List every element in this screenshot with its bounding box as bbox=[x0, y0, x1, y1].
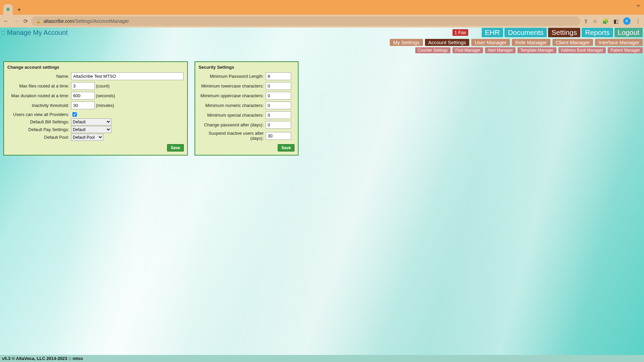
suffix-minutes: (minutes) bbox=[95, 103, 114, 108]
tab-reports[interactable]: Reports bbox=[582, 28, 613, 37]
label-max-duration: Max duration routed at a time: bbox=[7, 93, 71, 98]
label-min-numeric: Mimimum numeric characters: bbox=[199, 103, 266, 108]
browser-tab[interactable] bbox=[3, 4, 13, 15]
forward-icon[interactable]: → bbox=[13, 18, 19, 24]
label-pool: Default Pool: bbox=[7, 135, 71, 140]
label-min-lower: Mimimum lowercase characters: bbox=[199, 83, 266, 88]
label-min-upper: Mimimum uppercase characters: bbox=[199, 93, 266, 98]
label-name: Name: bbox=[7, 74, 71, 79]
panel-security: Security Settings Minimum Password Lengt… bbox=[195, 61, 299, 156]
input-max-duration[interactable] bbox=[71, 92, 95, 100]
tert-template[interactable]: Template Manager bbox=[518, 47, 556, 53]
label-suspend-after: Suspend inactive users after (days): bbox=[199, 131, 266, 141]
label-min-special: Mimimum special characters: bbox=[199, 113, 266, 118]
label-min-len: Minimum Password Length: bbox=[199, 74, 266, 79]
footer-text: v5.3 © AltaVoca, LLC 2014-2023 :: mtso bbox=[0, 355, 644, 362]
input-suspend-after[interactable] bbox=[266, 132, 291, 140]
save-button-change[interactable]: Save bbox=[167, 144, 184, 152]
subtab-account-settings[interactable]: Account Settings bbox=[425, 39, 470, 46]
input-name[interactable] bbox=[71, 72, 183, 80]
suffix-count: (count) bbox=[95, 83, 109, 88]
panel-change-title: Change account settings bbox=[7, 65, 184, 70]
checkbox-view-providers[interactable] bbox=[72, 112, 77, 117]
subtab-client-manager[interactable]: Client Manager bbox=[552, 39, 593, 46]
url-host: altascribe.com bbox=[44, 18, 74, 24]
subtab-interface-manager[interactable]: Interface Manager bbox=[595, 39, 643, 46]
extensions-icon[interactable]: 🧩 bbox=[602, 18, 609, 24]
profile-avatar[interactable]: K bbox=[623, 17, 631, 25]
side-panel-icon[interactable]: ◧ bbox=[613, 18, 619, 24]
label-change-after: Change password after (days): bbox=[199, 122, 266, 127]
bookmark-icon[interactable]: ☆ bbox=[593, 18, 597, 24]
input-max-files[interactable] bbox=[71, 82, 95, 90]
label-max-files: Max files routed at a time: bbox=[7, 83, 71, 88]
label-bill: Default Bill Settings: bbox=[7, 119, 71, 124]
input-min-special[interactable] bbox=[266, 111, 291, 119]
tab-logout[interactable]: Logout bbox=[614, 28, 643, 37]
label-inactivity: Inactivity threshold: bbox=[7, 103, 71, 108]
url-field[interactable]: 🔒 altascribe.com/Settings/AccountManager bbox=[31, 16, 580, 26]
share-icon[interactable]: ⇪ bbox=[584, 18, 588, 24]
browser-address-bar: ← → ⟳ 🔒 altascribe.com/Settings/AccountM… bbox=[0, 15, 644, 27]
browser-menu-icon[interactable]: ⋮ bbox=[635, 18, 641, 24]
suffix-seconds: (seconds) bbox=[95, 93, 115, 98]
input-min-upper[interactable] bbox=[266, 92, 291, 100]
select-bill[interactable]: Default bbox=[71, 118, 111, 125]
panel-security-title: Security Settings bbox=[199, 65, 294, 70]
page-title: :: Manage My Account bbox=[1, 29, 68, 37]
fax-badge[interactable]: 1 Fax bbox=[452, 29, 468, 36]
tert-alert[interactable]: Alert Manager bbox=[485, 47, 516, 53]
tab-documents[interactable]: Documents bbox=[504, 28, 547, 37]
label-pay: Default Pay Settings: bbox=[7, 127, 71, 132]
svg-point-0 bbox=[6, 8, 10, 11]
input-inactivity[interactable] bbox=[71, 102, 95, 109]
label-view-providers: Users can view all Providers: bbox=[7, 112, 71, 117]
subtab-my-settings[interactable]: My Settings bbox=[390, 39, 423, 46]
input-min-numeric[interactable] bbox=[266, 102, 291, 109]
tert-counter[interactable]: Counter Settings bbox=[415, 47, 450, 53]
input-min-len[interactable] bbox=[266, 72, 291, 80]
select-pay[interactable]: Default bbox=[71, 126, 111, 133]
back-icon[interactable]: ← bbox=[3, 18, 9, 24]
lock-icon: 🔒 bbox=[36, 19, 41, 23]
new-tab-button[interactable]: + bbox=[14, 5, 24, 15]
save-button-security[interactable]: Save bbox=[278, 144, 294, 152]
tert-pool[interactable]: Pool Manager bbox=[452, 47, 483, 53]
subtab-role-manager[interactable]: Role Manager bbox=[512, 39, 550, 46]
tert-patient[interactable]: Patient Manager bbox=[608, 47, 643, 53]
browser-tab-strip: + bbox=[0, 0, 644, 15]
url-path: /Settings/AccountManager bbox=[74, 18, 129, 24]
reload-icon[interactable]: ⟳ bbox=[23, 18, 28, 24]
tert-addressbook[interactable]: Address Book Manager bbox=[558, 47, 606, 53]
select-pool[interactable]: Default Pool bbox=[71, 134, 103, 141]
panel-change-account: Change account settings Name: Max files … bbox=[3, 61, 188, 156]
input-min-lower[interactable] bbox=[266, 82, 291, 90]
subtab-user-manager[interactable]: User Manager bbox=[471, 39, 510, 46]
tab-ehr[interactable]: EHR bbox=[482, 28, 503, 37]
browser-window-menu-icon[interactable] bbox=[636, 3, 641, 9]
input-change-after[interactable] bbox=[266, 121, 291, 129]
tab-settings[interactable]: Settings bbox=[548, 28, 580, 37]
